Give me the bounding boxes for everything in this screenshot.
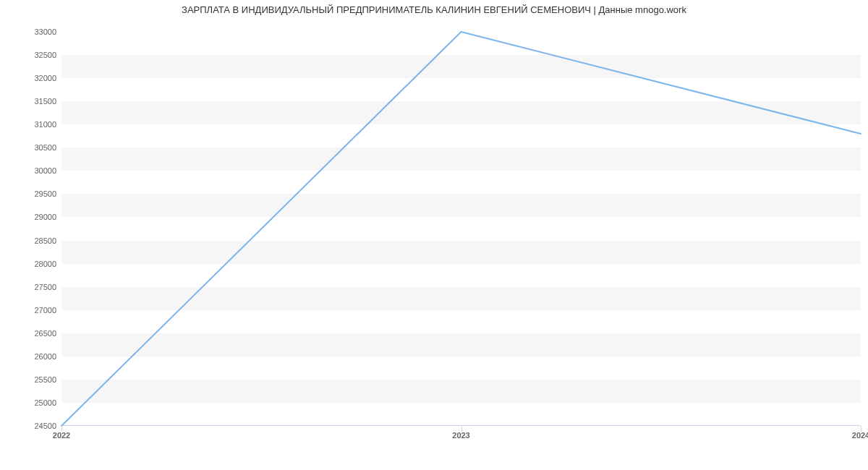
- x-tick-mark: [461, 426, 462, 432]
- line-series-layer: [61, 32, 861, 426]
- y-tick-label: 25500: [6, 375, 56, 384]
- x-tick-label: 2024: [852, 431, 868, 440]
- y-tick-label: 33000: [6, 27, 56, 36]
- y-tick-label: 27500: [6, 283, 56, 291]
- y-tick-label: 29000: [6, 213, 56, 221]
- x-tick-label: 2023: [452, 431, 469, 440]
- y-tick-label: 28000: [6, 260, 56, 268]
- salary-line-series: [61, 32, 861, 426]
- y-tick-label: 25000: [6, 398, 56, 407]
- y-tick-label: 27000: [6, 306, 56, 315]
- y-tick-label: 31500: [6, 97, 56, 106]
- y-tick-label: 32000: [6, 74, 56, 82]
- y-tick-label: 26000: [6, 352, 56, 361]
- y-tick-label: 29500: [6, 189, 56, 198]
- chart-container: ЗАРПЛАТА В ИНДИВИДУАЛЬНЫЙ ПРЕДПРИНИМАТЕЛ…: [0, 0, 868, 470]
- y-tick-label: 28500: [6, 236, 56, 245]
- y-tick-label: 30000: [6, 166, 56, 175]
- y-tick-label: 31000: [6, 120, 56, 129]
- y-tick-label: 32500: [6, 51, 56, 59]
- y-tick-label: 24500: [6, 422, 56, 430]
- x-tick-label: 2022: [53, 431, 70, 440]
- x-tick-mark: [61, 426, 62, 432]
- plot-area: [61, 32, 861, 426]
- y-tick-label: 30500: [6, 143, 56, 152]
- chart-title: ЗАРПЛАТА В ИНДИВИДУАЛЬНЫЙ ПРЕДПРИНИМАТЕЛ…: [0, 4, 868, 15]
- x-tick-mark: [861, 426, 861, 432]
- y-tick-label: 26500: [6, 329, 56, 338]
